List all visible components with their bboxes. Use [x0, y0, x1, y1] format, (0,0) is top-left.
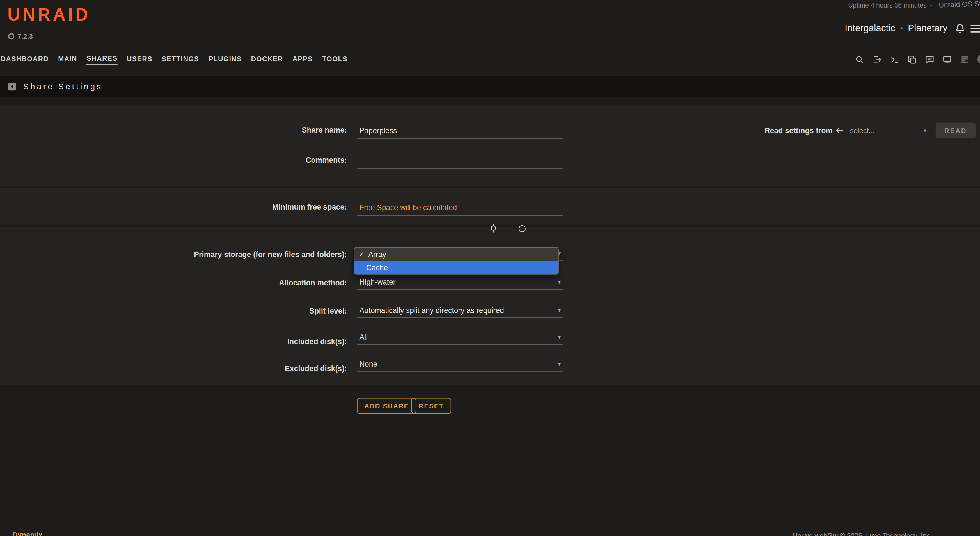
add-share-button[interactable]: ADD SHARE	[357, 398, 417, 413]
server-name: Intergalactic	[845, 22, 895, 33]
share-name-input[interactable]: Paperpless	[357, 123, 563, 139]
reset-button[interactable]: RESET	[411, 398, 451, 413]
footer-credit-link[interactable]: Dynamix	[13, 531, 43, 536]
nav-toolbar	[855, 50, 980, 69]
cursor-ring-icon	[519, 225, 525, 232]
included-disks-select[interactable]: All ▼	[357, 330, 563, 345]
read-settings-select[interactable]: select... ▼	[850, 123, 929, 138]
allocation-method-value: High-water	[360, 278, 396, 287]
comments-label: Comments:	[0, 156, 347, 164]
nav-users[interactable]: USERS	[127, 55, 153, 64]
excluded-disks-value: None	[360, 360, 377, 368]
version-status-icon	[8, 33, 14, 39]
option-label: Cache	[366, 263, 388, 272]
panel-identity	[0, 107, 980, 186]
os-version: 7.2.3	[8, 33, 33, 40]
nav-tools[interactable]: TOOLS	[322, 55, 348, 64]
menu-hamburger-icon[interactable]	[971, 25, 980, 34]
read-button[interactable]: READ	[935, 123, 976, 138]
nav-dashboard[interactable]: DASHBOARD	[0, 55, 49, 64]
included-disks-label: Included disk(s):	[0, 337, 347, 346]
chevron-down-icon: ▼	[557, 361, 562, 367]
page-title: Share Settings	[23, 82, 102, 91]
monitor-icon[interactable]	[942, 55, 951, 64]
page-title-bar: Share Settings	[0, 77, 980, 97]
dropdown-option-cache[interactable]: Cache	[355, 261, 558, 274]
comments-input[interactable]	[357, 153, 563, 169]
share-name-label: Share name:	[0, 126, 347, 134]
min-free-label: Minimum free space:	[0, 203, 347, 212]
logout-icon[interactable]	[872, 55, 882, 64]
unraid-share-settings-screen: UNRAID 7.2.3 Uptime 4 hours 36 minutes •…	[0, 0, 980, 536]
arrow-left-icon	[835, 126, 844, 135]
included-disks-value: All	[360, 333, 368, 341]
version-text: 7.2.3	[18, 33, 33, 40]
excluded-disks-label: Excluded disk(s):	[0, 364, 347, 373]
uptime-text: Uptime 4 hours 36 minutes •	[848, 1, 932, 9]
back-icon[interactable]	[8, 82, 17, 91]
share-name-value: Paperpless	[360, 126, 397, 135]
nav-shares[interactable]: SHARES	[86, 54, 117, 65]
split-level-value: Automatically split any directory as req…	[360, 306, 504, 314]
read-settings-label: Read settings from	[713, 126, 833, 135]
chevron-down-icon: ▼	[557, 334, 562, 340]
log-icon[interactable]	[960, 55, 969, 64]
excluded-disks-select[interactable]: None ▼	[357, 357, 563, 372]
copy-icon[interactable]	[908, 55, 917, 64]
split-level-label: Split level:	[0, 306, 347, 315]
main-nav: DASHBOARD MAIN SHARES USERS SETTINGS PLU…	[0, 50, 347, 69]
search-icon[interactable]	[855, 55, 864, 64]
separator-dot: •	[900, 24, 903, 32]
split-level-select[interactable]: Automatically split any directory as req…	[357, 303, 563, 318]
checkmark-icon: ✓	[359, 250, 364, 258]
dropdown-option-array[interactable]: ✓ Array	[355, 248, 558, 261]
chevron-down-icon: ▼	[557, 279, 562, 285]
nav-main[interactable]: MAIN	[58, 55, 77, 64]
notifications-bell-icon[interactable]	[955, 23, 966, 34]
nav-apps[interactable]: APPS	[293, 55, 313, 64]
read-settings-select-value: select...	[850, 127, 875, 134]
chevron-down-icon: ▼	[923, 128, 928, 133]
nav-settings[interactable]: SETTINGS	[162, 55, 199, 64]
allocation-method-label: Allocation method:	[0, 278, 347, 287]
primary-storage-label: Primary storage (for new files and folde…	[0, 250, 347, 259]
option-label: Array	[368, 250, 386, 259]
corner-note: Unraid OS Stor	[939, 0, 980, 9]
chevron-down-icon: ▼	[557, 308, 562, 313]
terminal-icon[interactable]	[890, 55, 899, 64]
server-description: Planetary	[908, 22, 947, 33]
profile-icon[interactable]	[977, 54, 980, 65]
server-identity: Intergalactic • Planetary	[845, 22, 947, 33]
nav-docker[interactable]: DOCKER	[251, 55, 283, 64]
uptime-value: Uptime 4 hours 36 minutes	[848, 1, 926, 9]
primary-storage-dropdown: ✓ Array Cache	[353, 247, 558, 275]
min-free-placeholder: Free Space will be calculated	[360, 203, 457, 212]
separator-dot: •	[930, 2, 932, 8]
unraid-logo[interactable]: UNRAID	[8, 5, 91, 25]
footer-copyright: Unraid webGui © 2025, Lime Technology, I…	[792, 532, 932, 536]
feedback-icon[interactable]	[925, 55, 934, 64]
nav-plugins[interactable]: PLUGINS	[208, 55, 242, 64]
min-free-input[interactable]: Free Space will be calculated	[357, 200, 563, 216]
allocation-method-select[interactable]: High-water ▼	[357, 275, 563, 290]
cursor-crosshair-icon	[488, 223, 499, 233]
